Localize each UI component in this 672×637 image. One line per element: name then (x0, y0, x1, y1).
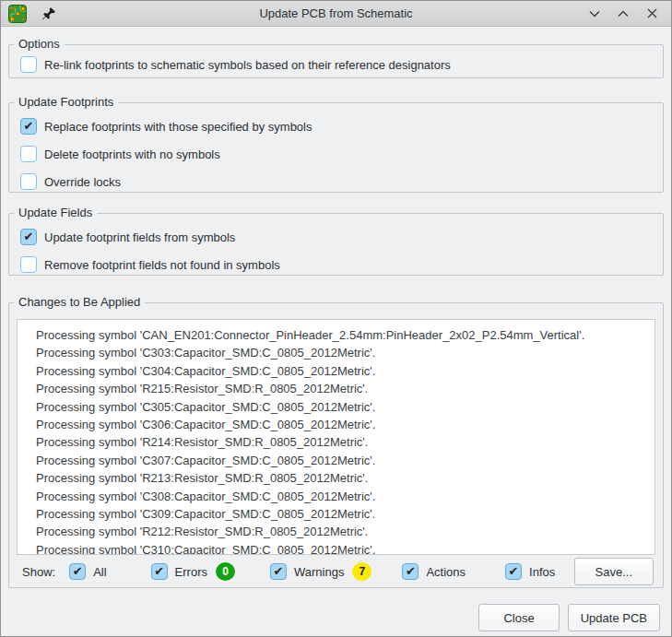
log-line: Processing symbol 'CAN_EN201:Connector_P… (36, 326, 647, 344)
checkbox-filter-errors[interactable]: Errors 0 (151, 560, 235, 584)
close-button[interactable]: Close (478, 604, 559, 631)
checkbox-filter-warnings[interactable]: Warnings 7 (270, 560, 371, 584)
checkbox-label: Errors (175, 565, 207, 579)
log-line: Processing symbol 'C309:Capacitor_SMD:C_… (36, 505, 647, 523)
checkbox-label: Re-link footprints to schematic symbols … (44, 58, 451, 72)
update-pcb-dialog: Update PCB from Schematic Options Re-lin… (0, 0, 672, 637)
log-line: Processing symbol 'C308:Capacitor_SMD:C_… (36, 488, 647, 505)
show-label: Show: (22, 565, 55, 579)
log-line: Processing symbol 'C310:Capacitor_SMD:C_… (36, 541, 647, 555)
window-controls (588, 7, 658, 20)
checkbox-icon (270, 563, 287, 580)
log-line: Processing symbol 'R215:Resistor_SMD:R_0… (36, 380, 647, 397)
checkbox-label: All (93, 565, 106, 579)
log-line: Processing symbol 'C307:Capacitor_SMD:C_… (36, 452, 647, 469)
checkbox-icon (20, 56, 37, 73)
checkbox-label: Infos (529, 565, 555, 579)
group-title: Changes to Be Applied (14, 295, 145, 309)
checkbox-label: Actions (426, 565, 466, 579)
titlebar: Update PCB from Schematic (1, 1, 671, 27)
checkbox-label: Remove footprint fields not found in sym… (44, 258, 280, 272)
kicad-pcb-icon (8, 5, 27, 23)
error-count-badge: 0 (216, 562, 235, 581)
log-line: Processing symbol 'R214:Resistor_SMD:R_0… (36, 433, 647, 451)
log-line: Processing symbol 'R213:Resistor_SMD:R_0… (36, 469, 647, 487)
checkbox-replace-footprints[interactable]: Replace footprints with those specified … (20, 114, 652, 138)
checkbox-label: Override locks (44, 175, 121, 189)
checkbox-relink-footprints[interactable]: Re-link footprints to schematic symbols … (20, 53, 652, 77)
filter-row: Show: All Errors 0 Warnings 7 Act (17, 555, 655, 588)
checkbox-icon (20, 118, 37, 135)
checkbox-icon (20, 146, 37, 162)
checkbox-label: Warnings (294, 565, 344, 579)
checkbox-icon (151, 563, 168, 580)
checkbox-icon (20, 256, 37, 273)
checkbox-icon (505, 563, 522, 580)
log-line: Processing symbol 'R212:Resistor_SMD:R_0… (36, 523, 647, 540)
log-line: Processing symbol 'C303:Capacitor_SMD:C_… (36, 344, 647, 361)
update-pcb-button[interactable]: Update PCB (568, 604, 660, 631)
checkbox-override-locks[interactable]: Override locks (20, 170, 652, 194)
group-title: Options (14, 37, 65, 51)
close-icon[interactable] (645, 7, 658, 20)
checkbox-update-fields[interactable]: Update footprint fields from symbols (20, 225, 652, 249)
checkbox-delete-footprints[interactable]: Delete footprints with no symbols (20, 142, 652, 166)
checkbox-icon (20, 229, 37, 245)
checkbox-icon (402, 563, 419, 580)
log-line: Processing symbol 'C305:Capacitor_SMD:C_… (36, 398, 647, 416)
changes-log[interactable]: Processing symbol 'CAN_EN201:Connector_P… (17, 319, 655, 555)
checkbox-icon (69, 563, 86, 580)
group-changes: Changes to Be Applied Processing symbol … (8, 302, 664, 588)
warning-count-badge: 7 (352, 562, 371, 581)
checkbox-label: Update footprint fields from symbols (44, 230, 235, 244)
checkbox-icon (20, 173, 37, 190)
save-button[interactable]: Save... (574, 558, 654, 585)
log-line: Processing symbol 'C304:Capacitor_SMD:C_… (36, 362, 647, 380)
dialog-footer: Close Update PCB (8, 604, 664, 631)
pin-icon[interactable] (41, 6, 56, 21)
checkbox-label: Delete footprints with no symbols (44, 147, 220, 161)
chevron-up-icon[interactable] (617, 7, 630, 20)
checkbox-filter-all[interactable]: All (69, 560, 106, 584)
group-title: Update Fields (14, 206, 97, 219)
window-title: Update PCB from Schematic (1, 6, 671, 20)
group-options: Options Re-link footprints to schematic … (8, 44, 664, 78)
checkbox-filter-infos[interactable]: Infos (505, 560, 555, 584)
group-update-fields: Update Fields Update footprint fields fr… (8, 213, 664, 276)
checkbox-filter-actions[interactable]: Actions (402, 560, 466, 584)
log-line: Processing symbol 'C306:Capacitor_SMD:C_… (36, 416, 647, 433)
checkbox-remove-fields[interactable]: Remove footprint fields not found in sym… (20, 253, 652, 277)
chevron-down-icon[interactable] (588, 7, 601, 20)
dialog-content: Options Re-link footprints to schematic … (1, 44, 671, 631)
group-update-footprints: Update Footprints Replace footprints wit… (8, 102, 664, 193)
checkbox-label: Replace footprints with those specified … (44, 120, 312, 134)
group-title: Update Footprints (14, 95, 118, 109)
